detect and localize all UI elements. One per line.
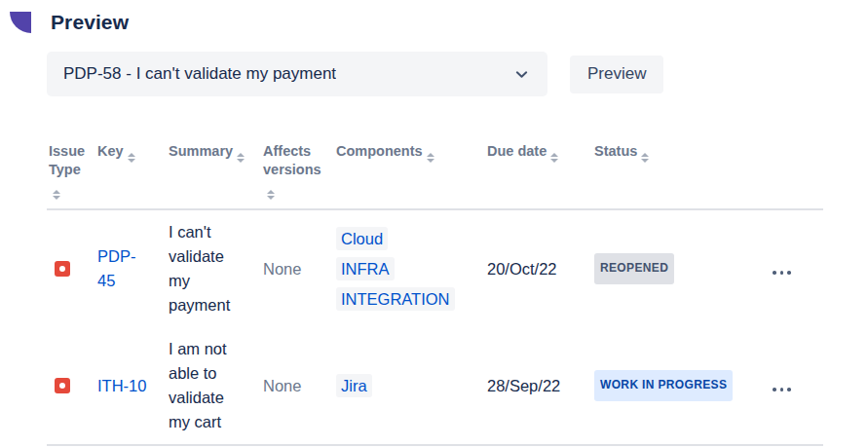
preview-button[interactable]: Preview [570, 56, 663, 93]
due-date-value: 28/Sep/22 [487, 377, 560, 394]
preview-logo-icon [10, 12, 31, 33]
issues-table: Issue Type Key Summary Affects versions … [47, 140, 823, 446]
issue-key-link[interactable]: ITH-10 [97, 374, 146, 398]
column-header-components[interactable]: Components [334, 140, 485, 209]
column-header-key[interactable]: Key [95, 140, 167, 209]
bug-icon [55, 378, 70, 393]
due-date-cell: 28/Sep/22 [485, 327, 592, 445]
due-date-cell: 20/Oct/22 [485, 209, 592, 327]
affects-versions-cell: None [261, 327, 334, 445]
column-label: Affects versions [263, 143, 321, 177]
column-label: Due date [487, 143, 547, 159]
status-badge: WORK IN PROGRESS [594, 370, 733, 401]
component-link[interactable]: Jira [336, 374, 372, 397]
column-header-actions [769, 140, 823, 209]
column-header-summary[interactable]: Summary [167, 140, 261, 209]
summary-cell: I can't validate my payment [167, 209, 261, 327]
components-cell: Jira [334, 327, 485, 445]
column-header-status[interactable]: Status [592, 140, 769, 209]
table-row: PDP-45 I can't validate my payment None … [47, 209, 823, 327]
summary-text: I can't validate my payment [169, 220, 243, 317]
issue-type-cell [47, 327, 95, 445]
status-badge: REOPENED [594, 253, 674, 284]
column-header-due-date[interactable]: Due date [485, 140, 592, 209]
actions-cell [769, 327, 823, 445]
table-row: ITH-10 I am not able to validate my cart… [47, 327, 823, 445]
column-label: Key [97, 143, 124, 159]
affects-versions-cell: None [261, 209, 334, 327]
page-title: Preview [51, 11, 129, 34]
more-actions-button[interactable] [771, 265, 793, 280]
component-link[interactable]: INTEGRATION [336, 287, 455, 311]
summary-cell: I am not able to validate my cart [167, 327, 261, 445]
sort-icon [237, 153, 245, 163]
controls-bar: PDP-58 - I can't validate my payment Pre… [47, 52, 868, 96]
page-header: Preview [10, 8, 868, 37]
key-cell: ITH-10 [95, 327, 167, 445]
actions-cell [769, 209, 823, 327]
table-header: Issue Type Key Summary Affects versions … [47, 140, 823, 209]
bug-icon [55, 261, 70, 277]
affects-versions-value: None [263, 377, 301, 394]
affects-versions-value: None [263, 260, 301, 278]
more-actions-button[interactable] [771, 382, 793, 397]
column-label: Components [336, 143, 423, 159]
component-link[interactable]: Cloud [336, 227, 388, 250]
column-label: Status [594, 143, 637, 159]
sort-icon [641, 153, 649, 163]
sort-icon [550, 153, 558, 163]
issue-type-cell [47, 209, 95, 327]
sort-icon [267, 190, 275, 200]
sort-icon [53, 190, 60, 200]
column-label: Issue Type [49, 143, 85, 177]
summary-text: I am not able to validate my cart [169, 337, 243, 434]
due-date-value: 20/Oct/22 [487, 260, 557, 278]
column-header-affects-versions[interactable]: Affects versions [261, 140, 334, 209]
column-label: Summary [169, 143, 233, 159]
key-cell: PDP-45 [95, 209, 167, 327]
issue-select-value: PDP-58 - I can't validate my payment [63, 64, 336, 84]
sort-icon [128, 153, 135, 163]
status-cell: REOPENED [592, 209, 769, 327]
sort-icon [427, 153, 434, 163]
issue-select[interactable]: PDP-58 - I can't validate my payment [47, 52, 547, 96]
components-cell: Cloud INFRA INTEGRATION [334, 209, 485, 327]
chevron-down-icon [514, 67, 529, 82]
issue-key-link[interactable]: PDP-45 [97, 244, 148, 293]
column-header-issue-type[interactable]: Issue Type [47, 140, 95, 209]
status-cell: WORK IN PROGRESS [592, 327, 769, 445]
component-link[interactable]: INFRA [336, 257, 395, 280]
